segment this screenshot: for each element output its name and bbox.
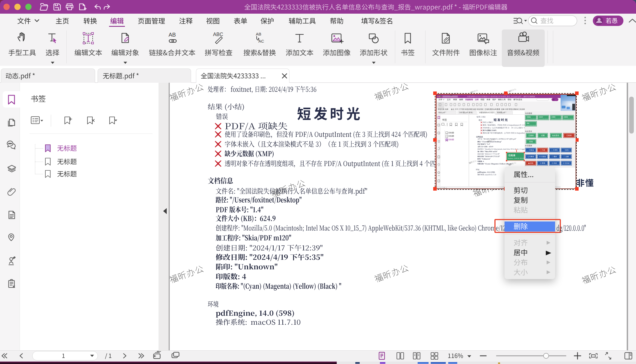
svg-text:AB: AB	[256, 32, 261, 36]
svg-text:ABC: ABC	[213, 32, 223, 37]
svg-text:AB: AB	[169, 32, 176, 38]
svg-text:AC: AC	[259, 39, 264, 43]
